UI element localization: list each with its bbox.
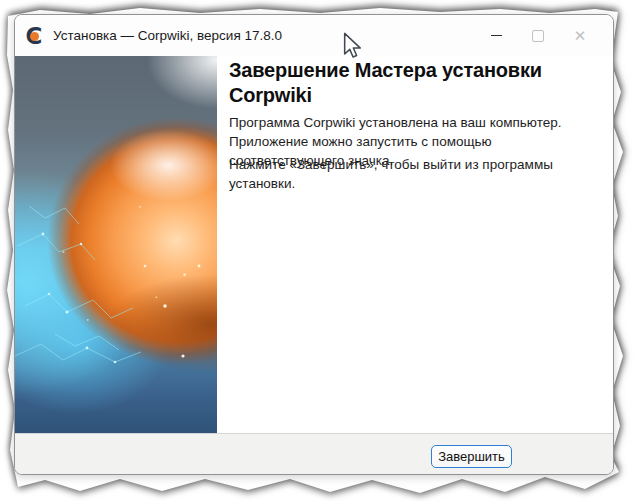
wizard-text-area: Завершение Мастера установки Corpwiki Пр… <box>217 56 613 433</box>
neural-sparks-overlay <box>15 56 217 433</box>
maximize-button[interactable] <box>517 15 559 56</box>
minimize-button[interactable] <box>475 15 517 56</box>
close-button[interactable]: ✕ <box>559 15 601 56</box>
minimize-icon <box>491 35 502 36</box>
caption-controls: ✕ <box>475 15 613 56</box>
maximize-icon <box>532 30 544 42</box>
footer-bar: Завершить <box>15 434 613 474</box>
close-icon: ✕ <box>574 28 587 43</box>
installer-window: C Установка — Corpwiki, версия 17.8.0 ✕ <box>14 14 614 475</box>
brain-hero-image <box>15 56 217 433</box>
wizard-heading: Завершение Мастера установки Corpwiki <box>229 58 574 108</box>
screenshot-canvas: C Установка — Corpwiki, версия 17.8.0 ✕ <box>0 0 634 501</box>
wizard-paragraph-finish-hint: Нажмите «Завершить», чтобы выйти из прог… <box>229 155 601 193</box>
wizard-page: Завершение Мастера установки Corpwiki Пр… <box>15 56 613 433</box>
finish-button[interactable]: Завершить <box>431 445 512 468</box>
titlebar: C Установка — Corpwiki, версия 17.8.0 ✕ <box>15 15 613 56</box>
mouse-cursor-icon <box>343 32 362 59</box>
window-title: Установка — Corpwiki, версия 17.8.0 <box>53 28 282 43</box>
corpwiki-logo-icon: C <box>24 26 44 46</box>
